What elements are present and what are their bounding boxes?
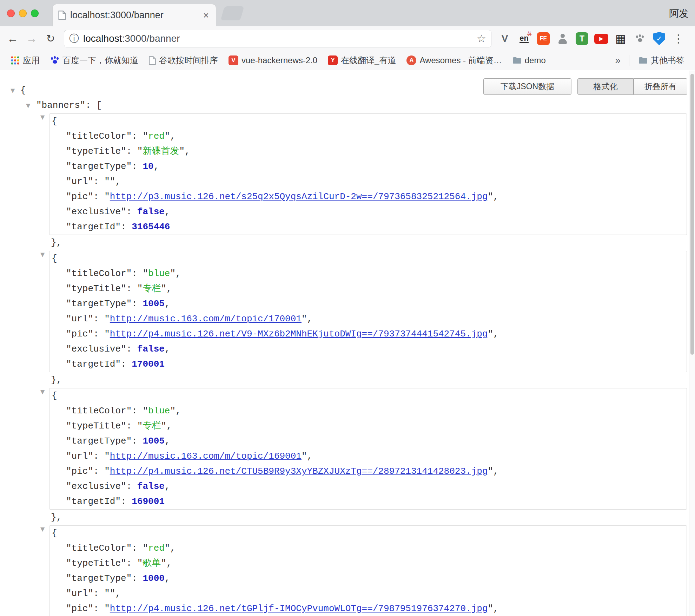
scrollbar-thumb[interactable]: [690, 74, 694, 355]
paw-extension-icon[interactable]: [632, 31, 648, 46]
json-key: "titleColor": [66, 543, 132, 553]
forward-button[interactable]: →: [25, 33, 39, 44]
fe-extension-icon[interactable]: FE: [536, 31, 551, 46]
youtube-play-icon: ▶: [594, 34, 608, 44]
json-property-line: "pic": "http://p4.music.126.net/V9-MXz6b…: [49, 327, 687, 342]
json-property-line: "targetId": 170001: [49, 357, 687, 372]
window-controls: [7, 9, 39, 17]
apps-grid-icon: [11, 56, 20, 65]
json-key: "typeTitle": [66, 146, 126, 157]
profile-name[interactable]: 阿发: [669, 7, 689, 20]
bookmark-item-baidu[interactable]: 百度一下，你就知道: [46, 53, 143, 67]
json-url-value[interactable]: http://music.163.com/m/topic/170001: [110, 314, 302, 324]
bookmark-item-youdao[interactable]: Y 在线翻译_有道: [324, 53, 400, 67]
json-key: "titleColor": [66, 131, 132, 142]
bookmark-star-icon[interactable]: ☆: [477, 33, 486, 44]
json-literal-value: false: [137, 344, 165, 354]
reload-button[interactable]: ↻: [44, 33, 58, 44]
json-key: "targetType": [66, 299, 132, 309]
tab-strip: localhost:3000/banner × 阿发: [0, 0, 695, 26]
page-icon: [149, 56, 156, 65]
collapse-triangle-icon[interactable]: ▼: [40, 526, 45, 532]
bookmark-item-google-sort[interactable]: 谷歌按时间排序: [145, 53, 222, 67]
json-string-value: blue: [148, 406, 170, 416]
json-object-box: ▼{"titleColor": "blue","typeTitle": "专栏"…: [49, 388, 687, 510]
bookmark-label: 百度一下，你就知道: [62, 55, 138, 66]
json-url-value[interactable]: http://music.163.com/m/topic/169001: [110, 451, 302, 461]
translate-extension-icon[interactable]: en英: [516, 31, 532, 46]
address-bar[interactable]: ⓘ localhost:3000/banner ☆: [64, 30, 491, 47]
json-property-line: "typeTitle": "新碟首发",: [49, 144, 687, 159]
bookmark-item-demo[interactable]: demo: [508, 54, 550, 67]
bookmark-item-vue-hackernews[interactable]: V vue-hackernews-2.0: [224, 54, 322, 67]
json-key: "pic": [66, 191, 93, 202]
json-literal-value: 1005: [143, 299, 164, 309]
qr-code-extension-icon[interactable]: ▦: [613, 31, 628, 46]
page-info-icon[interactable]: ⓘ: [69, 34, 79, 44]
collapse-triangle-icon[interactable]: ▼: [26, 98, 30, 113]
json-property-line: "url": "http://music.163.com/m/topic/170…: [49, 312, 687, 327]
bookmark-item-awesomes[interactable]: A Awesomes - 前端资…: [402, 53, 506, 67]
json-key: "url": [66, 451, 93, 461]
json-property-line: "typeTitle": "歌单",: [49, 556, 687, 571]
json-property-line: "targetId": 169001: [49, 494, 687, 509]
json-string-value: 新碟首发: [143, 146, 179, 157]
json-key: "exclusive": [66, 481, 126, 492]
json-literal-value: 170001: [132, 359, 165, 369]
collapse-triangle-icon[interactable]: ▼: [40, 114, 45, 120]
bookmark-label: Awesomes - 前端资…: [419, 55, 502, 66]
json-property-line: "exclusive": false,: [49, 204, 687, 219]
apps-shortcut[interactable]: 应用: [6, 53, 44, 67]
v-glyph: V: [502, 33, 508, 44]
close-window-button[interactable]: [7, 9, 15, 17]
json-property-line: "typeTitle": "专栏",: [49, 281, 687, 296]
json-url-value[interactable]: http://p4.music.126.net/CTU5B9R9y3XyYBZX…: [110, 466, 488, 477]
json-literal-value: 1000: [143, 573, 164, 584]
y-badge-icon: Y: [328, 55, 338, 65]
json-object-box: ▼{"titleColor": "red","typeTitle": "新碟首发…: [49, 113, 687, 235]
json-url-value[interactable]: http://p3.music.126.net/s25q2x5QyqsAzilC…: [110, 191, 488, 202]
people-extension-icon[interactable]: [555, 31, 570, 46]
zoom-window-button[interactable]: [31, 9, 39, 17]
vimium-extension-icon[interactable]: V: [497, 31, 512, 46]
json-array-open: ▼"banners": [: [0, 98, 695, 113]
json-property-line: "exclusive": false,: [49, 342, 687, 357]
json-property-line: "titleColor": "blue",: [49, 266, 687, 281]
json-url-value[interactable]: http://p4.music.126.net/V9-MXz6b2MNhEKju…: [110, 329, 488, 339]
minimize-window-button[interactable]: [19, 9, 27, 17]
json-property-line: "targetType": 10,: [49, 159, 687, 174]
collapse-triangle-icon[interactable]: ▼: [40, 251, 45, 258]
json-property-line: "titleColor": "red",: [49, 541, 687, 556]
v-badge-icon: V: [229, 55, 238, 65]
json-key: "titleColor": [66, 268, 132, 279]
json-literal-value: false: [137, 207, 165, 217]
page-content: 下载JSON数据 格式化 折叠所有 ▼{▼"banners": [▼{"titl…: [0, 71, 695, 616]
t-shield-extension-icon[interactable]: T: [574, 31, 590, 46]
json-property-line: "url": "",: [49, 174, 687, 189]
person-icon: [556, 32, 569, 45]
browser-menu-icon[interactable]: ⋮: [671, 33, 686, 44]
browser-tab[interactable]: localhost:3000/banner ×: [53, 4, 216, 26]
shield-check-extension-icon[interactable]: ✓: [651, 31, 667, 46]
json-string-value: blue: [148, 268, 170, 279]
json-object-close: },: [0, 373, 695, 388]
json-property-line: "targetType": 1000,: [49, 571, 687, 586]
json-url-value[interactable]: http://p4.music.126.net/tGPljf-IMOCyPvum…: [110, 603, 488, 614]
youtube-extension-icon[interactable]: ▶: [594, 31, 609, 46]
json-key: "typeTitle": [66, 558, 126, 569]
other-bookmarks-folder[interactable]: 其他书签: [634, 53, 689, 67]
shield-check-glyph: ✓: [653, 32, 665, 45]
tab-close-icon[interactable]: ×: [202, 11, 210, 20]
back-button[interactable]: ←: [6, 33, 20, 44]
browser-toolbar: ← → ↻ ⓘ localhost:3000/banner ☆ V en英 FE…: [0, 26, 695, 51]
a-badge-icon: A: [406, 55, 416, 65]
json-key: "targetType": [66, 436, 132, 446]
bookmark-label: demo: [525, 55, 546, 65]
json-key: "targetType": [66, 573, 132, 584]
bookmarks-overflow-chevron[interactable]: »: [611, 55, 624, 66]
collapse-triangle-icon[interactable]: ▼: [11, 83, 15, 98]
collapse-triangle-icon[interactable]: ▼: [40, 388, 45, 395]
json-property-line: "url": "",: [49, 586, 687, 601]
fe-glyph: FE: [537, 32, 550, 45]
new-tab-button[interactable]: [220, 6, 244, 20]
